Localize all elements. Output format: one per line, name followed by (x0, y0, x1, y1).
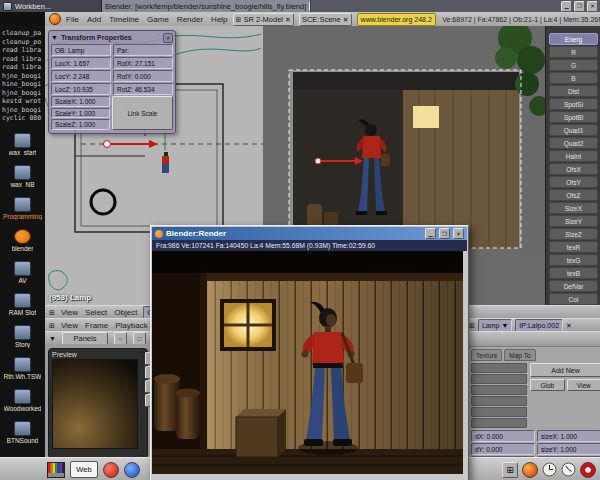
menu-item[interactable]: Playback (115, 321, 147, 330)
ipo-channel[interactable]: Quad2 (549, 137, 598, 149)
size-field[interactable]: sizeX: 1.000 (537, 430, 600, 442)
ipo-channel[interactable]: HaInt (549, 150, 598, 162)
web-button[interactable]: Web (70, 461, 98, 478)
panel-menu-icon[interactable]: ⊞ (502, 462, 518, 478)
texture-channel-slots[interactable] (471, 363, 527, 428)
desktop-icon[interactable]: Story (0, 325, 45, 348)
ipo-channel[interactable]: Dist (549, 85, 598, 97)
ipo-channel[interactable]: SpotSi (549, 98, 598, 110)
coord-button[interactable]: Glob (530, 379, 565, 391)
menu-item[interactable]: Add (87, 15, 101, 24)
menu-item[interactable]: Timeline (109, 15, 139, 24)
close-icon[interactable]: ✕ (163, 33, 173, 43)
desktop-icon[interactable]: wax_start (0, 133, 45, 156)
close-icon[interactable]: ✕ (453, 228, 464, 239)
link-scale-button[interactable]: Link Scale (112, 96, 173, 130)
object-name-field[interactable]: OB: Lamp (51, 44, 111, 56)
menu-item[interactable]: View (61, 308, 78, 317)
ipo-channel[interactable]: texG (549, 254, 598, 266)
background-window-tab[interactable]: Workben... (0, 0, 102, 12)
close-icon[interactable]: ✕ (566, 322, 572, 329)
ipo-channel[interactable]: Energ (549, 33, 598, 45)
maximize-icon[interactable]: ❐ (439, 228, 450, 239)
desktop-icon[interactable]: blender (0, 229, 45, 252)
menu-item[interactable]: Help (211, 15, 227, 24)
editor-type-icon[interactable]: ⊞ (469, 322, 475, 329)
translate-manipulator[interactable] (104, 140, 159, 148)
desktop-icon[interactable]: wax_NB (0, 165, 45, 188)
panel-tab[interactable]: Texture (471, 349, 502, 361)
menu-item[interactable]: Object (114, 308, 137, 317)
loc-field[interactable]: LocY: 2.248 (51, 70, 111, 82)
desktop-icon[interactable]: Woodworked (0, 389, 45, 412)
alert-icon[interactable] (580, 462, 596, 478)
maximize-icon[interactable]: ❐ (574, 1, 585, 12)
preview-panel[interactable]: Preview (48, 348, 148, 459)
ipo-channel[interactable]: Quad1 (549, 124, 598, 136)
desktop-icon[interactable]: AV (0, 261, 45, 284)
desktop-icon[interactable]: Programming (0, 197, 45, 220)
scale-field[interactable]: ScaleX: 1.000 (51, 96, 110, 107)
browser-icon[interactable] (522, 462, 538, 478)
ipo-channel[interactable]: texR (549, 241, 598, 253)
desktop-icon[interactable]: Rth.Wh.TSW (0, 357, 45, 380)
menu-item[interactable]: File (66, 15, 79, 24)
ipo-channel[interactable]: DefVar (549, 280, 598, 292)
scale-field[interactable]: ScaleY: 1.000 (51, 108, 110, 119)
menu-item[interactable]: Render (177, 15, 203, 24)
clock-icon[interactable] (561, 462, 576, 477)
coord-button[interactable]: View (567, 379, 600, 391)
clock-icon[interactable] (542, 462, 557, 477)
ipo-channel[interactable]: B (549, 72, 598, 84)
ipo-channel[interactable]: SizeZ (549, 228, 598, 240)
add-new-button[interactable]: Add New (530, 363, 600, 377)
panels-dropdown-icon[interactable]: ▼ (49, 335, 56, 342)
ipo-channel[interactable]: SizeY (549, 215, 598, 227)
rot-field[interactable]: RotX: 27.151 (113, 57, 173, 69)
render-titlebar[interactable]: Blender:Render ▁ ❐ ✕ (152, 227, 467, 240)
screen-selector[interactable]: ⊞ SR 2-Model ✕ (233, 13, 294, 26)
minimize-icon[interactable]: ▁ (561, 1, 572, 12)
ipo-channel[interactable]: G (549, 59, 598, 71)
panel-tab[interactable]: Map To (504, 349, 535, 361)
menu-item[interactable]: Select (85, 308, 107, 317)
rot-field[interactable]: RotZ: 46.534 (113, 83, 173, 95)
blender-window-tab[interactable]: Blender: [work/temp/blender/sunshine_boo… (102, 0, 311, 12)
minimize-icon[interactable]: ▁ (425, 228, 436, 239)
size-field[interactable]: sizeY: 1.000 (537, 443, 600, 455)
character-sprite[interactable] (162, 152, 169, 173)
editor-type-icon[interactable]: ⊞ (49, 309, 55, 316)
blender-logo-icon[interactable] (49, 13, 61, 25)
ipo-channel[interactable]: OfsX (549, 163, 598, 175)
blue-app-icon[interactable] (124, 462, 140, 478)
menu-item[interactable]: Frame (85, 321, 108, 330)
scale-field[interactable]: ScaleZ: 1.000 (51, 119, 110, 130)
parent-field[interactable]: Par: (113, 44, 173, 56)
editor-type-icon[interactable]: ⊞ (49, 322, 55, 329)
ipo-channel[interactable]: R (549, 46, 598, 58)
ipo-channel[interactable]: SpotBl (549, 111, 598, 123)
close-icon[interactable]: ✕ (285, 16, 291, 23)
render-window[interactable]: Blender:Render ▁ ❐ ✕ Fra:986 Ve:107241 F… (150, 225, 469, 480)
close-icon[interactable]: ✕ (343, 16, 349, 23)
loc-field[interactable]: LocZ: 10.935 (51, 83, 111, 95)
close-icon[interactable]: ✕ (587, 1, 598, 12)
offset-field[interactable]: dX: 0.000 (471, 430, 535, 442)
ipo-channel[interactable]: texB (549, 267, 598, 279)
transform-properties-panel[interactable]: ▼ Transform Properties ✕ OB: Lamp Par: L… (48, 30, 176, 134)
color-bars-thumbnail[interactable] (47, 462, 65, 478)
menu-item[interactable]: View (61, 321, 78, 330)
offset-field[interactable]: dY: 0.000 (471, 443, 535, 455)
ipo-channel[interactable]: Col (549, 293, 598, 305)
ipo-channel[interactable]: OfsZ (549, 189, 598, 201)
scene-selector[interactable]: SCE:Scene ✕ (299, 13, 352, 26)
desktop-icon[interactable]: BTNSound (0, 421, 45, 444)
desktop-icon[interactable]: RAM Slot (0, 293, 45, 316)
ipo-channel[interactable]: OfsY (549, 176, 598, 188)
ipo-channel[interactable]: SizeX (549, 202, 598, 214)
menu-item[interactable]: Game (147, 15, 169, 24)
rot-field[interactable]: RotY: 0.000 (113, 70, 173, 82)
loc-field[interactable]: LocX: 1.657 (51, 57, 111, 69)
panel-collapse-icon[interactable]: ▼ (51, 34, 58, 41)
red-app-icon[interactable] (103, 462, 119, 478)
